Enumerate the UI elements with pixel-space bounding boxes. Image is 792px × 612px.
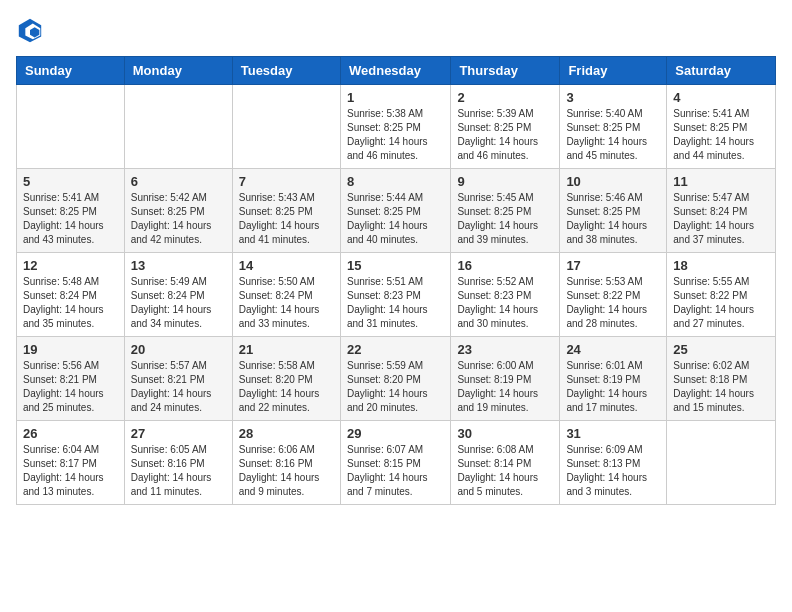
day-number: 12	[23, 258, 118, 273]
day-info: Sunrise: 5:38 AMSunset: 8:25 PMDaylight:…	[347, 107, 444, 163]
day-number: 27	[131, 426, 226, 441]
day-info: Sunrise: 5:56 AMSunset: 8:21 PMDaylight:…	[23, 359, 118, 415]
day-info: Sunrise: 5:47 AMSunset: 8:24 PMDaylight:…	[673, 191, 769, 247]
day-info: Sunrise: 5:44 AMSunset: 8:25 PMDaylight:…	[347, 191, 444, 247]
calendar-table: SundayMondayTuesdayWednesdayThursdayFrid…	[16, 56, 776, 505]
calendar-cell: 21Sunrise: 5:58 AMSunset: 8:20 PMDayligh…	[232, 337, 340, 421]
logo	[16, 16, 48, 44]
day-of-week-header: Monday	[124, 57, 232, 85]
calendar-cell: 14Sunrise: 5:50 AMSunset: 8:24 PMDayligh…	[232, 253, 340, 337]
day-number: 26	[23, 426, 118, 441]
calendar-cell: 20Sunrise: 5:57 AMSunset: 8:21 PMDayligh…	[124, 337, 232, 421]
day-info: Sunrise: 5:57 AMSunset: 8:21 PMDaylight:…	[131, 359, 226, 415]
calendar-cell	[124, 85, 232, 169]
day-info: Sunrise: 5:41 AMSunset: 8:25 PMDaylight:…	[673, 107, 769, 163]
day-info: Sunrise: 5:59 AMSunset: 8:20 PMDaylight:…	[347, 359, 444, 415]
calendar-cell: 5Sunrise: 5:41 AMSunset: 8:25 PMDaylight…	[17, 169, 125, 253]
day-number: 19	[23, 342, 118, 357]
day-info: Sunrise: 5:55 AMSunset: 8:22 PMDaylight:…	[673, 275, 769, 331]
calendar-cell: 17Sunrise: 5:53 AMSunset: 8:22 PMDayligh…	[560, 253, 667, 337]
calendar-cell: 11Sunrise: 5:47 AMSunset: 8:24 PMDayligh…	[667, 169, 776, 253]
day-number: 6	[131, 174, 226, 189]
calendar-cell	[232, 85, 340, 169]
day-info: Sunrise: 5:46 AMSunset: 8:25 PMDaylight:…	[566, 191, 660, 247]
calendar-cell: 29Sunrise: 6:07 AMSunset: 8:15 PMDayligh…	[340, 421, 450, 505]
day-of-week-header: Saturday	[667, 57, 776, 85]
day-of-week-header: Tuesday	[232, 57, 340, 85]
day-info: Sunrise: 6:09 AMSunset: 8:13 PMDaylight:…	[566, 443, 660, 499]
calendar-week-row: 19Sunrise: 5:56 AMSunset: 8:21 PMDayligh…	[17, 337, 776, 421]
calendar-cell: 2Sunrise: 5:39 AMSunset: 8:25 PMDaylight…	[451, 85, 560, 169]
calendar-cell: 27Sunrise: 6:05 AMSunset: 8:16 PMDayligh…	[124, 421, 232, 505]
day-number: 9	[457, 174, 553, 189]
day-number: 22	[347, 342, 444, 357]
day-number: 24	[566, 342, 660, 357]
day-number: 30	[457, 426, 553, 441]
day-number: 16	[457, 258, 553, 273]
calendar-cell: 3Sunrise: 5:40 AMSunset: 8:25 PMDaylight…	[560, 85, 667, 169]
calendar-cell: 15Sunrise: 5:51 AMSunset: 8:23 PMDayligh…	[340, 253, 450, 337]
day-info: Sunrise: 5:43 AMSunset: 8:25 PMDaylight:…	[239, 191, 334, 247]
calendar-cell: 31Sunrise: 6:09 AMSunset: 8:13 PMDayligh…	[560, 421, 667, 505]
day-info: Sunrise: 6:05 AMSunset: 8:16 PMDaylight:…	[131, 443, 226, 499]
calendar-cell: 22Sunrise: 5:59 AMSunset: 8:20 PMDayligh…	[340, 337, 450, 421]
day-number: 2	[457, 90, 553, 105]
calendar-cell: 13Sunrise: 5:49 AMSunset: 8:24 PMDayligh…	[124, 253, 232, 337]
calendar-cell: 9Sunrise: 5:45 AMSunset: 8:25 PMDaylight…	[451, 169, 560, 253]
day-info: Sunrise: 6:08 AMSunset: 8:14 PMDaylight:…	[457, 443, 553, 499]
day-number: 3	[566, 90, 660, 105]
calendar-cell	[17, 85, 125, 169]
day-number: 23	[457, 342, 553, 357]
calendar-cell	[667, 421, 776, 505]
day-info: Sunrise: 6:06 AMSunset: 8:16 PMDaylight:…	[239, 443, 334, 499]
day-number: 21	[239, 342, 334, 357]
day-number: 18	[673, 258, 769, 273]
day-info: Sunrise: 5:48 AMSunset: 8:24 PMDaylight:…	[23, 275, 118, 331]
day-number: 15	[347, 258, 444, 273]
logo-icon	[16, 16, 44, 44]
calendar-cell: 16Sunrise: 5:52 AMSunset: 8:23 PMDayligh…	[451, 253, 560, 337]
day-info: Sunrise: 5:40 AMSunset: 8:25 PMDaylight:…	[566, 107, 660, 163]
day-info: Sunrise: 6:01 AMSunset: 8:19 PMDaylight:…	[566, 359, 660, 415]
day-number: 5	[23, 174, 118, 189]
day-of-week-header: Wednesday	[340, 57, 450, 85]
calendar-week-row: 26Sunrise: 6:04 AMSunset: 8:17 PMDayligh…	[17, 421, 776, 505]
calendar-cell: 1Sunrise: 5:38 AMSunset: 8:25 PMDaylight…	[340, 85, 450, 169]
calendar-cell: 19Sunrise: 5:56 AMSunset: 8:21 PMDayligh…	[17, 337, 125, 421]
day-number: 28	[239, 426, 334, 441]
day-number: 14	[239, 258, 334, 273]
day-of-week-header: Friday	[560, 57, 667, 85]
calendar-header-row: SundayMondayTuesdayWednesdayThursdayFrid…	[17, 57, 776, 85]
calendar-cell: 26Sunrise: 6:04 AMSunset: 8:17 PMDayligh…	[17, 421, 125, 505]
day-info: Sunrise: 5:45 AMSunset: 8:25 PMDaylight:…	[457, 191, 553, 247]
day-info: Sunrise: 6:00 AMSunset: 8:19 PMDaylight:…	[457, 359, 553, 415]
calendar-cell: 6Sunrise: 5:42 AMSunset: 8:25 PMDaylight…	[124, 169, 232, 253]
calendar-cell: 18Sunrise: 5:55 AMSunset: 8:22 PMDayligh…	[667, 253, 776, 337]
day-number: 13	[131, 258, 226, 273]
day-info: Sunrise: 5:58 AMSunset: 8:20 PMDaylight:…	[239, 359, 334, 415]
calendar-cell: 4Sunrise: 5:41 AMSunset: 8:25 PMDaylight…	[667, 85, 776, 169]
day-of-week-header: Sunday	[17, 57, 125, 85]
calendar-cell: 24Sunrise: 6:01 AMSunset: 8:19 PMDayligh…	[560, 337, 667, 421]
day-info: Sunrise: 5:42 AMSunset: 8:25 PMDaylight:…	[131, 191, 226, 247]
day-number: 1	[347, 90, 444, 105]
day-info: Sunrise: 5:49 AMSunset: 8:24 PMDaylight:…	[131, 275, 226, 331]
day-number: 20	[131, 342, 226, 357]
calendar-cell: 10Sunrise: 5:46 AMSunset: 8:25 PMDayligh…	[560, 169, 667, 253]
day-number: 25	[673, 342, 769, 357]
day-info: Sunrise: 6:04 AMSunset: 8:17 PMDaylight:…	[23, 443, 118, 499]
day-number: 17	[566, 258, 660, 273]
day-info: Sunrise: 6:02 AMSunset: 8:18 PMDaylight:…	[673, 359, 769, 415]
calendar-week-row: 5Sunrise: 5:41 AMSunset: 8:25 PMDaylight…	[17, 169, 776, 253]
calendar-week-row: 12Sunrise: 5:48 AMSunset: 8:24 PMDayligh…	[17, 253, 776, 337]
day-number: 10	[566, 174, 660, 189]
day-number: 29	[347, 426, 444, 441]
calendar-cell: 25Sunrise: 6:02 AMSunset: 8:18 PMDayligh…	[667, 337, 776, 421]
calendar-cell: 23Sunrise: 6:00 AMSunset: 8:19 PMDayligh…	[451, 337, 560, 421]
calendar-cell: 12Sunrise: 5:48 AMSunset: 8:24 PMDayligh…	[17, 253, 125, 337]
day-info: Sunrise: 5:39 AMSunset: 8:25 PMDaylight:…	[457, 107, 553, 163]
calendar-cell: 28Sunrise: 6:06 AMSunset: 8:16 PMDayligh…	[232, 421, 340, 505]
calendar-cell: 30Sunrise: 6:08 AMSunset: 8:14 PMDayligh…	[451, 421, 560, 505]
day-info: Sunrise: 5:51 AMSunset: 8:23 PMDaylight:…	[347, 275, 444, 331]
day-info: Sunrise: 5:50 AMSunset: 8:24 PMDaylight:…	[239, 275, 334, 331]
